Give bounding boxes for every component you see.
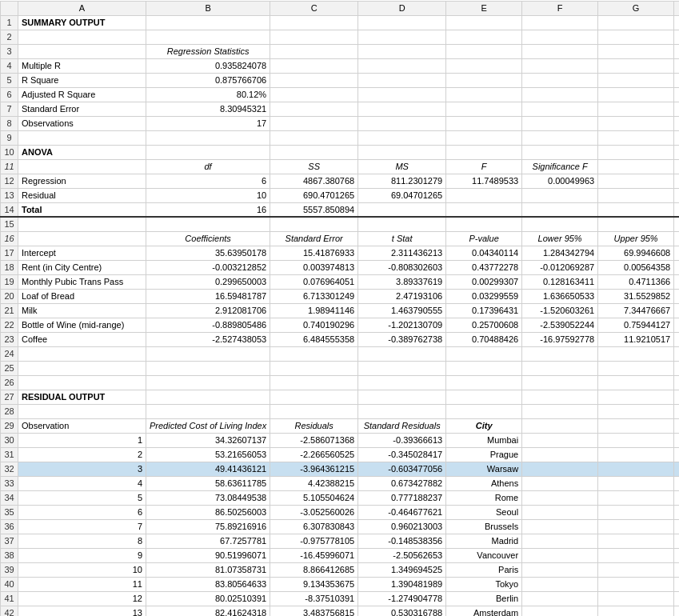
cell[interactable] — [446, 404, 522, 418]
row-header[interactable]: 23 — [1, 332, 18, 346]
col-header-d[interactable]: D — [358, 1, 446, 15]
col-header-f[interactable]: F — [522, 1, 598, 15]
cell[interactable] — [522, 87, 598, 102]
cell[interactable]: 15.41876933 — [270, 246, 358, 260]
cell[interactable] — [270, 375, 358, 390]
cell[interactable]: 6 — [146, 174, 270, 188]
cell[interactable]: 0.960213003 — [358, 519, 446, 534]
cell[interactable] — [446, 390, 522, 404]
row-header[interactable]: 41 — [1, 591, 18, 606]
cell[interactable]: Bottle of Wine (mid-range) — [18, 318, 146, 332]
cell[interactable]: Loaf of Bread — [18, 289, 146, 303]
col-header-g[interactable]: G — [598, 1, 674, 15]
cell[interactable]: RESIDUAL OUTPUT — [18, 390, 146, 404]
cell[interactable] — [674, 505, 679, 519]
cell[interactable]: 90.51996071 — [146, 548, 270, 562]
cell[interactable] — [598, 548, 674, 562]
cell[interactable]: 58.63611785 — [146, 476, 270, 490]
row-header[interactable]: 20 — [1, 289, 18, 303]
cell[interactable]: 1.349694525 — [358, 562, 446, 577]
cell[interactable] — [522, 548, 598, 562]
cell[interactable] — [674, 188, 679, 202]
cell[interactable]: Adjusted R Square — [18, 87, 146, 102]
cell[interactable]: 13 — [18, 606, 146, 616]
cell[interactable] — [270, 361, 358, 375]
cell[interactable] — [446, 102, 522, 116]
cell[interactable] — [674, 30, 679, 44]
cell[interactable] — [598, 102, 674, 116]
cell[interactable]: 0.740190296 — [270, 318, 358, 332]
cell[interactable]: 4867.380768 — [270, 174, 358, 188]
cell[interactable]: -0.148538356 — [358, 534, 446, 548]
cell[interactable] — [598, 346, 674, 361]
cell[interactable]: Warsaw — [446, 462, 522, 476]
cell[interactable] — [598, 447, 674, 462]
cell[interactable]: Prague — [446, 447, 522, 462]
cell[interactable] — [358, 73, 446, 87]
cell[interactable] — [674, 606, 679, 616]
cell[interactable] — [598, 361, 674, 375]
cell[interactable] — [270, 116, 358, 130]
cell[interactable]: 8.30945321 — [146, 102, 270, 116]
row-header[interactable]: 42 — [1, 606, 18, 616]
cell[interactable] — [18, 159, 146, 174]
cell[interactable] — [358, 346, 446, 361]
cell[interactable] — [598, 476, 674, 490]
cell[interactable]: 11 — [18, 577, 146, 591]
cell[interactable]: 1.636650533 — [522, 289, 598, 303]
cell[interactable]: City — [446, 418, 522, 433]
cell[interactable] — [674, 346, 679, 361]
cell[interactable]: 0.04340114 — [446, 246, 522, 260]
cell[interactable]: 82.41624318 — [146, 606, 270, 616]
cell[interactable]: 0.076964051 — [270, 274, 358, 289]
cell[interactable] — [446, 44, 522, 58]
cell[interactable] — [446, 375, 522, 390]
cell[interactable]: 1.463790555 — [358, 303, 446, 318]
cell[interactable]: Regression — [18, 174, 146, 188]
cell[interactable] — [146, 145, 270, 159]
cell[interactable] — [674, 390, 679, 404]
cell[interactable] — [146, 404, 270, 418]
cell[interactable] — [674, 490, 679, 505]
cell[interactable] — [270, 87, 358, 102]
cell[interactable]: 67.7257781 — [146, 534, 270, 548]
cell[interactable]: 4.42388215 — [270, 476, 358, 490]
col-header-h[interactable]: H — [674, 1, 679, 15]
cell[interactable]: 0.4711366 — [598, 274, 674, 289]
cell[interactable]: 0.935824078 — [146, 58, 270, 73]
cell[interactable]: 5.105504624 — [270, 490, 358, 505]
cell[interactable]: t Stat — [358, 231, 446, 246]
cell[interactable]: Significance F — [522, 159, 598, 174]
cell[interactable] — [522, 73, 598, 87]
cell[interactable] — [674, 447, 679, 462]
cell[interactable] — [522, 44, 598, 58]
cell[interactable] — [598, 534, 674, 548]
cell[interactable] — [522, 202, 598, 217]
cell[interactable]: SUMMARY OUTPUT — [18, 15, 146, 30]
cell[interactable]: 69.9946608 — [598, 246, 674, 260]
cell[interactable]: 7 — [18, 519, 146, 534]
cell[interactable]: 0.00049963 — [522, 174, 598, 188]
cell[interactable] — [522, 519, 598, 534]
cell[interactable] — [522, 562, 598, 577]
cell[interactable] — [522, 505, 598, 519]
row-header[interactable]: 16 — [1, 231, 18, 246]
cell[interactable] — [598, 174, 674, 188]
cell[interactable] — [18, 217, 146, 231]
cell[interactable]: Multiple R — [18, 58, 146, 73]
cell[interactable] — [674, 361, 679, 375]
cell[interactable] — [598, 15, 674, 30]
row-header[interactable]: 4 — [1, 58, 18, 73]
cell[interactable]: 10 — [146, 188, 270, 202]
cell[interactable]: Brussels — [446, 519, 522, 534]
cell[interactable]: -3.964361215 — [270, 462, 358, 476]
cell[interactable]: Residual — [18, 188, 146, 202]
row-header[interactable]: 38 — [1, 548, 18, 562]
cell[interactable] — [446, 30, 522, 44]
cell[interactable] — [522, 490, 598, 505]
cell[interactable]: 0.03299559 — [446, 289, 522, 303]
cell[interactable] — [674, 159, 679, 174]
cell[interactable] — [674, 58, 679, 73]
cell[interactable]: 0.128163411 — [522, 274, 598, 289]
col-header-c[interactable]: C — [270, 1, 358, 15]
